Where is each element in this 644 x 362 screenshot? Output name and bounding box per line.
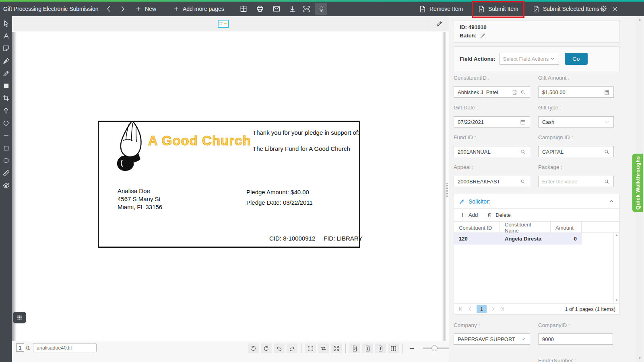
donor-street: 4567 S Many St: [118, 195, 162, 203]
ellipse-tool-button[interactable]: [2, 119, 10, 128]
print-button[interactable]: [254, 2, 266, 16]
new-button[interactable]: New: [135, 2, 156, 16]
solicitor-table-scrollbar[interactable]: ▲ ▼: [613, 232, 619, 303]
ocr-button[interactable]: OCR: [300, 2, 312, 16]
email-button[interactable]: [270, 2, 283, 16]
select-tool-button[interactable]: [2, 19, 10, 28]
search-icon[interactable]: [520, 149, 526, 155]
download-button[interactable]: [286, 2, 298, 16]
hide-annotations-button[interactable]: [2, 181, 10, 190]
scroll-view-button[interactable]: [375, 343, 386, 353]
finder-number-label: FinderNumber :: [538, 358, 614, 362]
note-tool-button[interactable]: [2, 44, 10, 53]
single-page-view-button[interactable]: [349, 343, 360, 353]
submit-selected-items-button[interactable]: Submit Selected Items: [532, 2, 599, 16]
calendar-icon[interactable]: [520, 119, 526, 125]
new-button-label: New: [145, 6, 156, 12]
current-page-button[interactable]: 1: [477, 305, 487, 313]
annotation-toolbar: [0, 16, 12, 362]
company-select[interactable]: PAPERSAVE SUPPORT: [454, 333, 530, 345]
package-label: Package :: [538, 164, 614, 170]
gift-date-input[interactable]: 07/22/2021: [454, 116, 530, 128]
remove-item-button[interactable]: Remove Item: [419, 2, 463, 16]
company-id-input[interactable]: 9000: [538, 333, 613, 345]
calculator-icon[interactable]: [604, 89, 610, 95]
continuous-view-button[interactable]: [362, 343, 373, 353]
fund-id-input[interactable]: 2001ANNUAL: [454, 146, 530, 157]
previous-item-button[interactable]: [103, 2, 115, 16]
swap-pages-button[interactable]: [318, 343, 329, 353]
page-number-input[interactable]: [16, 343, 24, 352]
redaction-tool-button[interactable]: [2, 81, 10, 90]
gift-type-label: GiftType :: [538, 105, 614, 111]
gift-date-label: Gift Date :: [454, 105, 530, 111]
thumbnail-panel-toggle-button[interactable]: [13, 312, 26, 323]
undo-button[interactable]: [274, 343, 285, 353]
add-solicitor-button[interactable]: Add: [460, 212, 478, 218]
expand-button[interactable]: [331, 343, 342, 353]
envelope-icon: [272, 5, 281, 13]
redo-button[interactable]: [287, 343, 297, 353]
rotate-right-button[interactable]: [261, 343, 272, 353]
solicitor-header[interactable]: Solicitor:: [454, 194, 619, 209]
gift-type-select[interactable]: Cash: [538, 116, 614, 128]
search-icon[interactable]: [520, 89, 526, 95]
document-canvas[interactable]: A Good Church Thank you for your pledge …: [12, 32, 449, 341]
zoom-slider-knob[interactable]: [431, 345, 438, 351]
package-input[interactable]: Enter the value: [538, 176, 614, 187]
go-button[interactable]: Go: [565, 53, 588, 65]
delete-solicitor-button[interactable]: Delete: [487, 212, 511, 218]
splitter-grip[interactable]: [446, 183, 448, 197]
panel-splitter[interactable]: [445, 32, 449, 341]
fit-page-button[interactable]: [305, 343, 316, 353]
text-tool-button[interactable]: [2, 31, 10, 40]
campaign-id-value: CAPITAL: [542, 149, 601, 155]
annotate-page-button[interactable]: [436, 20, 443, 27]
chevron-up-icon[interactable]: [609, 198, 615, 204]
search-icon[interactable]: [520, 179, 526, 185]
polygon-tool-button[interactable]: [2, 156, 10, 165]
pen-tool-button[interactable]: [2, 56, 10, 65]
arrow-tool-button[interactable]: [2, 106, 10, 115]
measure-tool-button[interactable]: [2, 169, 10, 177]
add-more-pages-button[interactable]: Add more pages: [173, 2, 224, 16]
next-item-button[interactable]: [117, 2, 129, 16]
appeal-input[interactable]: 2000BREAKFAST: [454, 176, 530, 187]
scroll-up-icon[interactable]: ▲: [615, 234, 618, 237]
facing-pages-button[interactable]: [388, 343, 399, 353]
previous-page-button[interactable]: [467, 306, 473, 312]
constituent-id-input[interactable]: Abhishek J. Patel: [454, 86, 530, 98]
search-icon[interactable]: [604, 149, 610, 155]
grid-view-button[interactable]: [237, 2, 250, 16]
last-page-button[interactable]: [500, 306, 505, 312]
scroll-up-icon[interactable]: ▲: [636, 18, 643, 21]
column-constituent-id: Constituent ID: [454, 222, 500, 234]
pencil-icon[interactable]: [480, 32, 486, 39]
submit-item-button[interactable]: Submit Item: [477, 2, 518, 16]
gift-amount-input[interactable]: $1,500.00: [538, 86, 614, 98]
search-icon[interactable]: [604, 179, 610, 185]
campaign-id-input[interactable]: CAPITAL: [538, 146, 614, 157]
close-button[interactable]: [609, 2, 621, 16]
settings-button[interactable]: [597, 2, 609, 16]
solicitor-table-row[interactable]: 120 Angela Diresta 0: [454, 233, 619, 245]
page-up-arrow-icon: [377, 345, 384, 352]
zoom-out-button[interactable]: [407, 343, 417, 353]
quick-walkthroughs-tab[interactable]: Quick Walkthroughs: [632, 154, 643, 212]
crop-tool-button[interactable]: [2, 94, 10, 103]
first-page-button[interactable]: [458, 306, 464, 312]
filename-input[interactable]: [33, 343, 97, 352]
fund-id-label: Fund ID :: [454, 134, 530, 140]
scroll-down-icon[interactable]: ▼: [636, 357, 643, 360]
smart-capture-button[interactable]: [315, 3, 327, 15]
rotate-left-button[interactable]: [248, 343, 259, 353]
field-actions-select[interactable]: Select Field Actions: [500, 53, 559, 65]
highlighter-tool-button[interactable]: [2, 69, 10, 78]
rectangle-tool-button[interactable]: [2, 144, 10, 152]
scroll-down-icon[interactable]: ▼: [615, 299, 618, 302]
ruler-icon: [2, 169, 10, 177]
line-tool-button[interactable]: [2, 131, 10, 140]
contact-card-icon[interactable]: [512, 89, 518, 95]
page-thumbnail[interactable]: [218, 20, 229, 28]
next-page-button[interactable]: [490, 306, 496, 312]
